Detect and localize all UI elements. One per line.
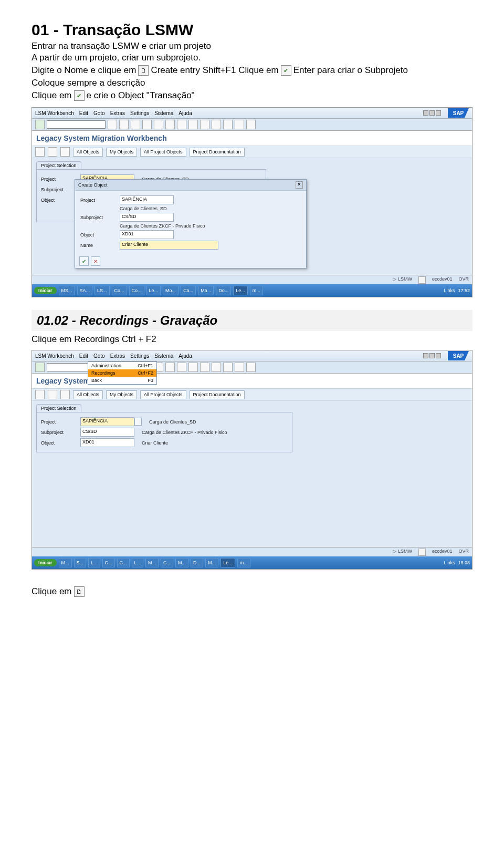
command-field[interactable] xyxy=(47,120,106,129)
task-item[interactable]: Co... xyxy=(112,286,127,295)
task-item[interactable]: Co... xyxy=(129,286,144,295)
menu-item[interactable]: Ajuda xyxy=(178,110,192,116)
task-item[interactable]: m... xyxy=(250,286,263,295)
toolbar-btn[interactable] xyxy=(165,120,175,129)
btn-all-project-objects[interactable]: All Project Objects xyxy=(140,148,186,157)
win-btn[interactable] xyxy=(436,353,441,358)
task-item[interactable]: M... xyxy=(205,558,218,567)
btn-all-project-objects[interactable]: All Project Objects xyxy=(140,390,186,399)
menu-item[interactable]: Goto xyxy=(93,110,105,116)
toolbar-btn[interactable] xyxy=(223,120,233,129)
menu-item[interactable]: Goto xyxy=(93,353,105,359)
create-icon[interactable] xyxy=(48,390,57,399)
btn-all-objects[interactable]: All Objects xyxy=(73,148,103,157)
task-item[interactable]: M... xyxy=(59,558,72,567)
task-item[interactable]: Mo... xyxy=(163,286,178,295)
menu-item[interactable]: Sistema xyxy=(154,110,173,116)
btn-all-objects[interactable]: All Objects xyxy=(73,390,103,399)
start-button[interactable]: Iniciar xyxy=(34,287,57,294)
dialog-title: Create Object ✕ xyxy=(75,180,306,191)
task-item[interactable]: Ca... xyxy=(181,286,196,295)
task-item[interactable]: Le... xyxy=(146,286,161,295)
start-button[interactable]: Iniciar xyxy=(34,559,57,566)
toolbar-btn[interactable] xyxy=(246,120,256,129)
task-item[interactable]: S... xyxy=(74,558,87,567)
toolbar-btn[interactable] xyxy=(188,363,198,372)
toolbar-btn[interactable] xyxy=(200,120,209,129)
btn-my-objects[interactable]: My Objects xyxy=(106,148,137,157)
enter-icon[interactable] xyxy=(35,363,45,372)
toolbar-btn[interactable] xyxy=(131,120,140,129)
toolbar-btn[interactable] xyxy=(235,120,244,129)
input-name[interactable]: Criar Cliente xyxy=(120,241,218,250)
toolbar-btn[interactable] xyxy=(246,363,256,372)
toolbar-btn[interactable] xyxy=(177,120,186,129)
task-item[interactable]: Ma... xyxy=(198,286,214,295)
change-icon[interactable] xyxy=(60,390,70,399)
execute-icon[interactable] xyxy=(35,390,45,399)
input-project[interactable]: SAPIÊNCIA xyxy=(80,417,134,426)
task-item[interactable]: Le... xyxy=(233,286,248,295)
menu-item[interactable]: Extras xyxy=(110,110,125,116)
toolbar-btn[interactable] xyxy=(119,120,129,129)
input-object[interactable]: XD01 xyxy=(120,230,174,239)
btn-project-documentation[interactable]: Project Documentation xyxy=(190,390,245,399)
menu-item[interactable]: Extras xyxy=(110,353,125,359)
task-item[interactable]: C... xyxy=(161,558,173,567)
cancel-button[interactable] xyxy=(91,256,100,266)
toolbar-btn[interactable] xyxy=(165,363,175,372)
task-item[interactable]: L... xyxy=(88,558,100,567)
f4-lookup-icon[interactable] xyxy=(134,418,142,426)
task-item[interactable]: L... xyxy=(132,558,144,567)
task-item[interactable]: C... xyxy=(117,558,130,567)
tab-project-selection[interactable]: Project Selection xyxy=(36,161,81,169)
menu-item[interactable]: Settings xyxy=(130,353,149,359)
close-icon[interactable]: ✕ xyxy=(296,181,303,189)
toolbar-btn[interactable] xyxy=(212,120,221,129)
toolbar-btn[interactable] xyxy=(200,363,209,372)
task-item[interactable]: D... xyxy=(191,558,203,567)
win-btn[interactable] xyxy=(429,353,435,358)
input-object[interactable]: XD01 xyxy=(80,438,134,447)
menu-item[interactable]: LSM Workbench xyxy=(35,110,74,116)
tab-project-selection[interactable]: Project Selection xyxy=(36,404,81,412)
task-item[interactable]: SA... xyxy=(77,286,93,295)
menu-item[interactable]: Ajuda xyxy=(178,353,192,359)
win-btn[interactable] xyxy=(423,353,428,358)
toolbar-btn[interactable] xyxy=(235,363,244,372)
task-item[interactable]: m... xyxy=(237,558,250,567)
task-item[interactable]: M... xyxy=(175,558,188,567)
toolbar-btn[interactable] xyxy=(223,363,233,372)
task-item[interactable]: M... xyxy=(145,558,159,567)
win-btn[interactable] xyxy=(423,110,428,116)
task-item[interactable]: Le... xyxy=(220,558,235,567)
menu-item[interactable]: Sistema xyxy=(154,353,173,359)
btn-project-documentation[interactable]: Project Documentation xyxy=(190,148,245,157)
toolbar-btn[interactable] xyxy=(142,120,152,129)
toolbar-btn[interactable] xyxy=(108,120,117,129)
menu-item[interactable]: Edit xyxy=(79,353,88,359)
ok-button[interactable] xyxy=(79,256,89,266)
task-item[interactable]: C... xyxy=(102,558,115,567)
task-item[interactable]: Do... xyxy=(216,286,231,295)
menu-item-back[interactable]: BackF3 xyxy=(88,377,156,384)
menu-item[interactable]: LSM Workbench xyxy=(35,353,74,359)
win-btn[interactable] xyxy=(436,110,441,116)
menu-item-administration[interactable]: AdministrationCtrl+F1 xyxy=(88,362,156,369)
input-subproject[interactable]: CS/SD xyxy=(80,428,134,437)
win-btn[interactable] xyxy=(429,110,435,116)
menu-item[interactable]: Edit xyxy=(79,110,88,116)
toolbar-btn[interactable] xyxy=(154,120,163,129)
create-icon[interactable] xyxy=(48,147,57,157)
btn-my-objects[interactable]: My Objects xyxy=(106,390,137,399)
enter-icon[interactable] xyxy=(35,120,45,129)
execute-icon[interactable] xyxy=(35,147,45,157)
toolbar-btn[interactable] xyxy=(212,363,221,372)
change-icon[interactable] xyxy=(60,147,70,157)
task-item[interactable]: MS... xyxy=(59,286,75,295)
task-item[interactable]: LS... xyxy=(94,286,110,295)
menu-item-recordings[interactable]: RecordingsCtrl+F2 xyxy=(88,369,156,377)
menu-item[interactable]: Settings xyxy=(130,110,149,116)
toolbar-btn[interactable] xyxy=(177,363,186,372)
toolbar-btn[interactable] xyxy=(188,120,198,129)
